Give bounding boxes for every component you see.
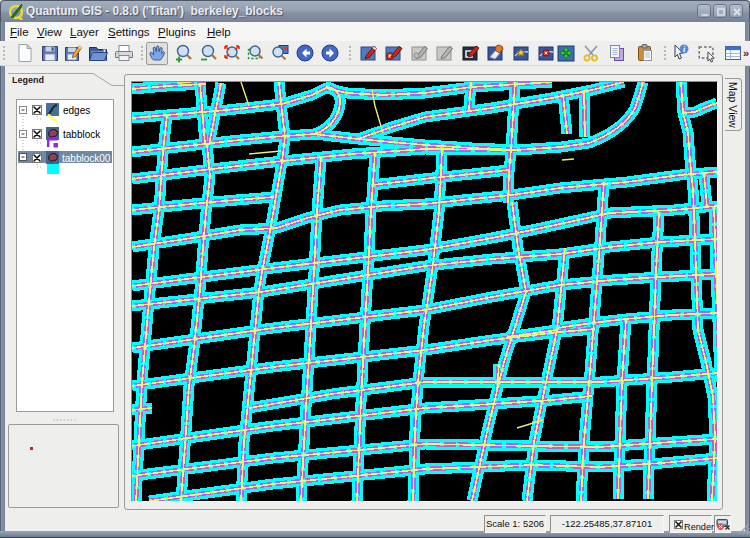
svg-text:tabblock00: tabblock00	[62, 153, 111, 164]
svg-text:tabblock: tabblock	[63, 129, 101, 140]
svg-text:edges: edges	[63, 105, 90, 116]
